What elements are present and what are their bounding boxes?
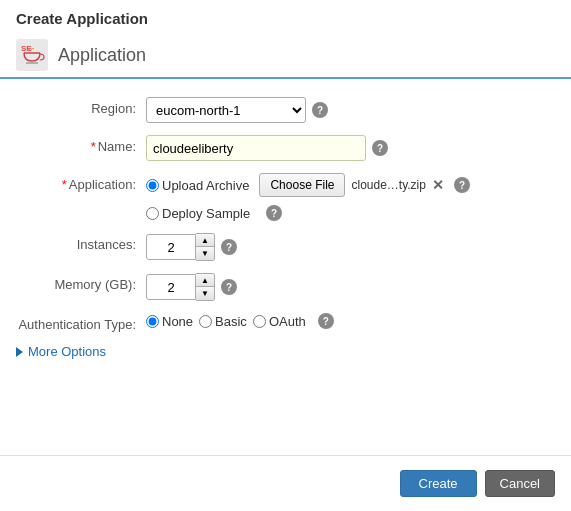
application-row: *Application: Upload Archive Choose File…: [16, 173, 555, 221]
instances-spinner-buttons: ▲ ▼: [196, 233, 215, 261]
auth-basic-radio[interactable]: [199, 315, 212, 328]
more-options-label: More Options: [28, 344, 106, 359]
memory-control: ▲ ▼ ?: [146, 273, 555, 301]
region-row: Region: eucom-north-1 us-east-1 us-west-…: [16, 97, 555, 123]
form-body: Region: eucom-north-1 us-east-1 us-west-…: [0, 93, 571, 455]
memory-spinner: ▲ ▼: [146, 273, 215, 301]
memory-decrement-button[interactable]: ▼: [196, 287, 214, 300]
instances-increment-button[interactable]: ▲: [196, 234, 214, 247]
auth-oauth-radio-label[interactable]: OAuth: [253, 314, 306, 329]
choose-file-button[interactable]: Choose File: [259, 173, 345, 197]
section-title: Application: [58, 45, 146, 66]
more-options-chevron-icon: [16, 347, 23, 357]
upload-archive-text: Upload Archive: [162, 178, 249, 193]
cancel-button[interactable]: Cancel: [485, 470, 555, 497]
memory-increment-button[interactable]: ▲: [196, 274, 214, 287]
memory-input[interactable]: [146, 274, 196, 300]
region-label: Region:: [16, 97, 146, 116]
deploy-sample-row: Deploy Sample ?: [146, 205, 470, 221]
memory-spinner-buttons: ▲ ▼: [196, 273, 215, 301]
name-row: *Name: ?: [16, 135, 555, 161]
application-label: *Application:: [16, 173, 146, 192]
create-button[interactable]: Create: [400, 470, 477, 497]
instances-spinner: ▲ ▼: [146, 233, 215, 261]
name-label: *Name:: [16, 135, 146, 154]
auth-none-radio[interactable]: [146, 315, 159, 328]
memory-label: Memory (GB):: [16, 273, 146, 292]
instances-decrement-button[interactable]: ▼: [196, 247, 214, 260]
auth-basic-radio-label[interactable]: Basic: [199, 314, 247, 329]
upload-archive-row: Upload Archive Choose File cloude…ty.zip…: [146, 173, 470, 197]
more-options-row[interactable]: More Options: [16, 344, 555, 359]
instances-row: Instances: ▲ ▼ ?: [16, 233, 555, 261]
auth-none-text: None: [162, 314, 193, 329]
memory-row: Memory (GB): ▲ ▼ ?: [16, 273, 555, 301]
auth-row: Authentication Type: None Basic OAuth ?: [16, 313, 555, 332]
auth-oauth-radio[interactable]: [253, 315, 266, 328]
svg-text:SE: SE: [21, 44, 32, 53]
instances-control: ▲ ▼ ?: [146, 233, 555, 261]
java-icon: SE: [16, 39, 48, 71]
dialog-footer: Create Cancel: [0, 455, 571, 511]
auth-oauth-text: OAuth: [269, 314, 306, 329]
deploy-sample-text: Deploy Sample: [162, 206, 250, 221]
section-header: SE Application: [0, 33, 571, 79]
region-select[interactable]: eucom-north-1 us-east-1 us-west-2: [146, 97, 306, 123]
upload-archive-radio-label[interactable]: Upload Archive: [146, 178, 249, 193]
name-control: ?: [146, 135, 555, 161]
region-control: eucom-north-1 us-east-1 us-west-2 ?: [146, 97, 555, 123]
auth-help-icon: ?: [318, 313, 334, 329]
auth-none-radio-label[interactable]: None: [146, 314, 193, 329]
name-required-star: *: [91, 139, 96, 154]
app-required-star: *: [62, 177, 67, 192]
dialog-title: Create Application: [0, 0, 571, 33]
auth-label: Authentication Type:: [16, 313, 146, 332]
region-help-icon: ?: [312, 102, 328, 118]
deploy-sample-radio[interactable]: [146, 207, 159, 220]
clear-file-button[interactable]: ✕: [432, 177, 444, 193]
deploy-sample-radio-label[interactable]: Deploy Sample: [146, 206, 250, 221]
instances-input[interactable]: [146, 234, 196, 260]
instances-label: Instances:: [16, 233, 146, 252]
upload-archive-radio[interactable]: [146, 179, 159, 192]
auth-basic-text: Basic: [215, 314, 247, 329]
instances-help-icon: ?: [221, 239, 237, 255]
auth-control: None Basic OAuth ?: [146, 313, 555, 329]
file-name-display: cloude…ty.zip: [351, 178, 425, 192]
upload-help-icon: ?: [454, 177, 470, 193]
deploy-sample-help-icon: ?: [266, 205, 282, 221]
memory-help-icon: ?: [221, 279, 237, 295]
application-control: Upload Archive Choose File cloude…ty.zip…: [146, 173, 555, 221]
create-application-dialog: Create Application SE Application Region…: [0, 0, 571, 511]
name-input[interactable]: [146, 135, 366, 161]
application-options: Upload Archive Choose File cloude…ty.zip…: [146, 173, 470, 221]
name-help-icon: ?: [372, 140, 388, 156]
